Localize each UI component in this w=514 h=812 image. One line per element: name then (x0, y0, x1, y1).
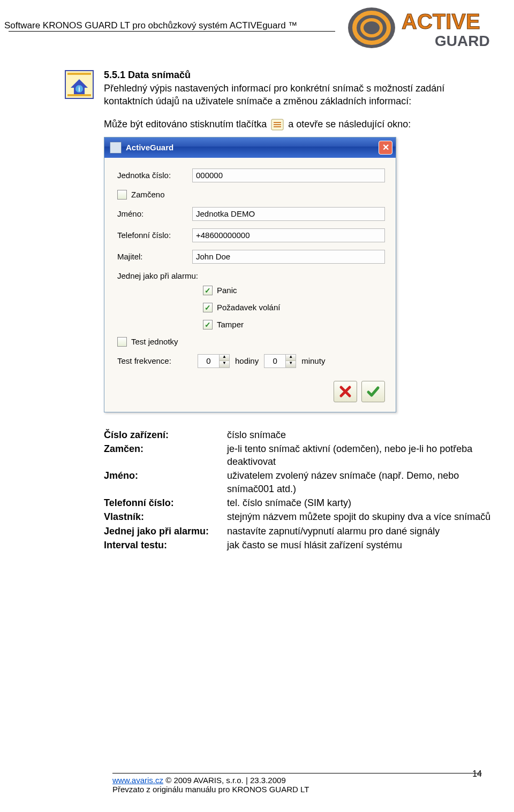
def-name-val: uživatelem zvolený název snímače (např. … (227, 469, 493, 495)
logo-text-top: ACTIVE (402, 10, 480, 33)
svg-rect-6 (67, 94, 91, 96)
unit-no-input[interactable] (192, 168, 385, 182)
def-alarm-val: nastavíte zapnutí/vypnutí alarmu pro dan… (227, 525, 493, 538)
section-title: 5.5.1 Data snímačů (104, 70, 493, 81)
svg-rect-12 (274, 122, 281, 123)
panic-checkbox[interactable]: ✓ (203, 286, 213, 295)
test-unit-label: Test jednotky (131, 337, 178, 346)
locked-checkbox[interactable] (117, 190, 127, 200)
dialog-body: Jednotka číslo: Zamčeno Jméno: Telefonní… (104, 158, 396, 412)
name-input[interactable] (192, 207, 385, 221)
edit-prefix: Může být editováno stisknutím tlačítka (104, 119, 267, 130)
dialog-titlebar: ActiveGuard ✕ (104, 137, 396, 158)
svg-rect-5 (67, 73, 91, 75)
def-name-term: Jméno: (104, 469, 227, 495)
def-owner-val: stejným názvem můžete spojit do skupiny … (227, 510, 493, 523)
unit-no-label: Jednotka číslo: (117, 171, 192, 180)
dialog-app-icon (110, 142, 122, 154)
header-title: Software KRONOS GUARD LT pro obchůzkový … (4, 5, 343, 32)
name-label: Jméno: (117, 209, 192, 218)
close-icon[interactable]: ✕ (379, 141, 392, 155)
page-footer: www.avaris.cz © 2009 AVARIS, s.r.o. | 23… (112, 773, 482, 794)
test-unit-checkbox[interactable] (117, 337, 127, 347)
minutes-spinner[interactable]: ▲ ▼ (264, 354, 296, 368)
def-interval-val: jak často se musí hlásit zařízení systém… (227, 539, 493, 551)
svg-rect-13 (274, 124, 281, 125)
def-interval-term: Interval testu: (104, 539, 227, 551)
svg-rect-14 (274, 126, 281, 127)
edit-instruction: Může být editováno stisknutím tlačítka a… (104, 119, 493, 131)
def-alarm-term: Jednej jako při alarmu: (104, 525, 227, 538)
phone-input[interactable] (192, 228, 385, 242)
def-locked-term: Zamčen: (104, 442, 227, 469)
owner-input[interactable] (192, 250, 385, 264)
hours-input[interactable] (198, 354, 219, 368)
alarm-heading: Jednej jako při alarmu: (117, 271, 385, 280)
tamper-label: Tamper (217, 320, 244, 329)
def-owner-term: Vlastník: (104, 510, 227, 523)
dialog-title: ActiveGuard (126, 143, 173, 152)
minutes-unit: minuty (301, 356, 325, 365)
toolbar-edit-icon (271, 119, 284, 131)
hours-spinner[interactable]: ▲ ▼ (198, 354, 230, 368)
logo-text-bottom: GUARD (435, 33, 490, 49)
def-phone-val: tel. číslo snímače (SIM karty) (227, 496, 493, 509)
header-divider (9, 31, 335, 32)
header-title-text: Software KRONOS GUARD LT pro obchůzkový … (4, 20, 297, 30)
ok-button[interactable] (361, 381, 385, 402)
minutes-down-icon[interactable]: ▼ (286, 361, 296, 367)
cancel-button[interactable] (334, 381, 357, 402)
owner-label: Majitel: (117, 252, 192, 261)
def-device-no-term: Číslo zařízení: (104, 428, 227, 441)
main-content: i 5.5.1 Data snímačů Přehledný výpis nas… (0, 50, 514, 553)
test-freq-label: Test frekvence: (117, 356, 192, 365)
tamper-checkbox[interactable]: ✓ (203, 320, 213, 330)
minutes-input[interactable] (264, 354, 285, 368)
def-locked-val: je-li tento snímač aktivní (odemčen), ne… (227, 442, 493, 469)
activeguard-dialog: ActiveGuard ✕ Jednotka číslo: Zamčeno Jm… (104, 137, 396, 412)
hours-down-icon[interactable]: ▼ (220, 361, 229, 367)
phone-label: Telefonní číslo: (117, 231, 192, 240)
activeguard-logo: ACTIVE GUARD (343, 5, 503, 50)
section-body: 5.5.1 Data snímačů Přehledný výpis nasta… (104, 70, 493, 553)
locked-label: Zamčeno (131, 190, 165, 199)
call-request-label: Požadavek volání (217, 303, 280, 312)
section-row: i 5.5.1 Data snímačů Přehledný výpis nas… (64, 70, 493, 553)
footer-link[interactable]: www.avaris.cz (112, 776, 163, 785)
footer-source: Převzato z originálu manuálu pro KRONOS … (112, 785, 309, 794)
definitions-list: Číslo zařízení: číslo snímače Zamčen: je… (104, 428, 493, 552)
panic-label: Panic (217, 286, 237, 295)
call-request-checkbox[interactable]: ✓ (203, 303, 213, 312)
page-header: Software KRONOS GUARD LT pro obchůzkový … (0, 0, 514, 50)
svg-text:i: i (78, 86, 80, 93)
home-info-icon: i (64, 70, 94, 99)
hours-unit: hodiny (235, 356, 259, 365)
edit-suffix: a otevře se následující okno: (288, 119, 411, 130)
footer-copyright: © 2009 AVARIS, s.r.o. | 23.3.2009 (163, 776, 286, 785)
section-desc: Přehledný výpis nastavených informací pr… (104, 82, 493, 108)
def-device-no-val: číslo snímače (227, 428, 493, 441)
def-phone-term: Telefonní číslo: (104, 496, 227, 509)
